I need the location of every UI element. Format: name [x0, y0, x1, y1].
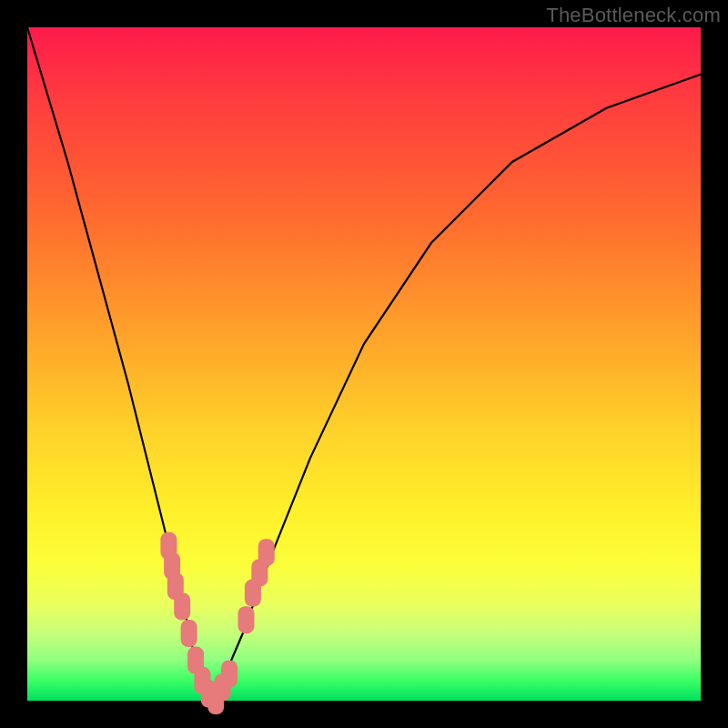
- chart-frame: TheBottleneck.com: [0, 0, 728, 728]
- marker-point: [221, 660, 238, 687]
- curve-svg: [27, 27, 701, 701]
- marker-group: [160, 532, 274, 714]
- plot-area: [27, 27, 701, 701]
- watermark-text: TheBottleneck.com: [546, 4, 721, 27]
- marker-point: [181, 620, 197, 647]
- marker-point: [174, 592, 190, 620]
- bottleneck-curve: [27, 27, 701, 701]
- marker-point: [258, 539, 275, 566]
- marker-point: [238, 606, 255, 633]
